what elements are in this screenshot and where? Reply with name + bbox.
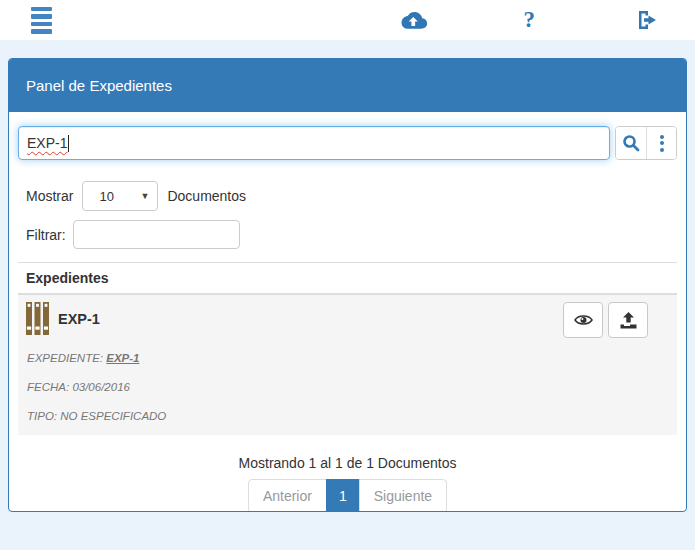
page-size-select[interactable]: 10 ▼ [82, 181, 158, 211]
page-size-row: Mostrar 10 ▼ Documentos [18, 181, 677, 211]
books-icon [26, 302, 49, 335]
page-size-label-before: Mostrar [26, 188, 73, 204]
expediente-title: EXP-1 [58, 311, 100, 327]
search-options-button[interactable] [646, 127, 676, 159]
search-button[interactable] [616, 127, 646, 159]
panel-header: Panel de Expedientes [9, 59, 686, 112]
pagination-previous[interactable]: Anterior [248, 479, 327, 512]
chevron-down-icon: ▼ [141, 191, 150, 201]
filter-input[interactable] [73, 220, 240, 249]
help-button[interactable]: ? [524, 7, 536, 33]
meta-fecha: FECHA: 03/06/2016 [26, 381, 669, 393]
magnifier-icon [622, 134, 640, 152]
expedientes-table: Expedientes [18, 262, 677, 435]
page-size-label-after: Documentos [167, 188, 246, 204]
upload-button[interactable] [608, 302, 648, 338]
pagination-summary: Mostrando 1 al 1 de 1 Documentos [18, 455, 677, 471]
hamburger-icon [31, 7, 52, 34]
cloud-upload-button[interactable] [398, 9, 428, 31]
meta-label: FECHA: [27, 381, 69, 393]
pagination-next[interactable]: Siguiente [359, 479, 447, 512]
question-mark-icon: ? [524, 7, 536, 33]
filter-label: Filtrar: [26, 227, 66, 243]
panel-title: Panel de Expedientes [26, 77, 172, 94]
meta-label: EXPEDIENTE: [27, 352, 103, 364]
row-actions [563, 302, 648, 338]
expediente-link[interactable]: EXP-1 [106, 352, 139, 364]
filter-row: Filtrar: [18, 220, 677, 249]
meta-label: TIPO: [27, 410, 57, 422]
expedientes-panel: Panel de Expedientes EXP-1 [8, 58, 687, 512]
search-button-group [615, 126, 677, 160]
meta-value: 03/06/2016 [72, 381, 130, 393]
logout-button[interactable] [635, 8, 659, 32]
table-header: Expedientes [18, 263, 677, 295]
meta-tipo: TIPO: NO ESPECIFICADO [26, 410, 669, 422]
pagination: Anterior 1 Siguiente [18, 479, 677, 512]
eye-icon [574, 313, 593, 327]
table-row[interactable]: EXP-1 [18, 295, 677, 435]
top-navigation-bar: ? [0, 0, 695, 40]
vertical-ellipsis-icon [660, 135, 664, 152]
page-size-selected-value: 10 [99, 189, 113, 204]
meta-expediente: EXPEDIENTE: EXP-1 [26, 352, 669, 364]
sign-out-icon [635, 8, 659, 32]
text-cursor [68, 135, 69, 152]
upload-icon [620, 312, 637, 329]
pagination-page-1[interactable]: 1 [326, 479, 360, 512]
cloud-upload-icon [398, 9, 428, 31]
menu-button[interactable] [31, 7, 52, 34]
search-input[interactable]: EXP-1 [18, 126, 610, 160]
search-input-value: EXP-1 [27, 135, 67, 151]
search-row: EXP-1 [18, 126, 677, 160]
view-button[interactable] [563, 302, 603, 338]
meta-value: NO ESPECIFICADO [60, 410, 166, 422]
